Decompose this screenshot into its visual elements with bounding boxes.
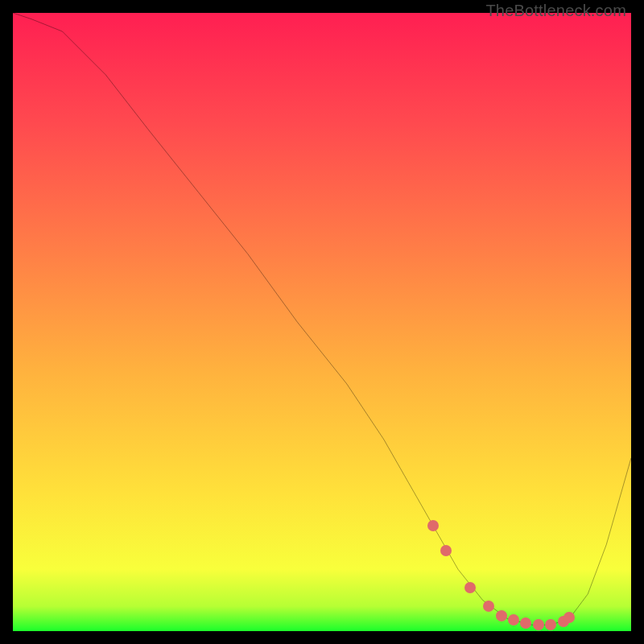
marker-dot (533, 619, 544, 630)
marker-dot (564, 612, 575, 623)
marker-dot (520, 617, 531, 629)
marker-dot (427, 520, 439, 531)
marker-dot (483, 601, 494, 612)
marker-dot (545, 619, 556, 630)
plot-area (13, 13, 631, 631)
bottleneck-curve (13, 13, 631, 631)
chart-frame: TheBottleneck.com (0, 0, 644, 644)
marker-dot (508, 614, 519, 625)
marker-dot (496, 610, 507, 621)
marker-dot (464, 582, 476, 593)
marker-dot (440, 545, 452, 556)
watermark-text: TheBottleneck.com (485, 2, 626, 20)
